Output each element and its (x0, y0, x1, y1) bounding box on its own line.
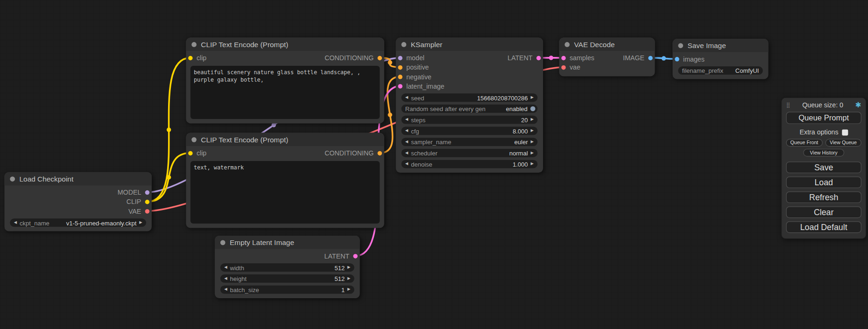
slot-row: samples IMAGE (559, 53, 655, 63)
collapse-dot-icon[interactable] (220, 240, 226, 245)
model-input-port[interactable] (398, 56, 402, 60)
denoise-widget[interactable]: ◀ denoise 1.000 ▶ (402, 160, 538, 168)
latent-output-port[interactable] (353, 254, 357, 258)
decrement-arrow-icon[interactable]: ◀ (224, 277, 227, 280)
decrement-arrow-icon[interactable]: ◀ (405, 140, 408, 144)
increment-arrow-icon[interactable]: ▶ (531, 96, 534, 99)
load-button[interactable]: Load (786, 176, 861, 188)
filename-prefix-widget[interactable]: filename_prefix ComfyUI (678, 66, 762, 75)
node-empty-latent-image[interactable]: Empty Latent Image LATENT ◀ width 512 ▶ … (215, 236, 360, 298)
node-title-bar[interactable]: CLIP Text Encode (Prompt) (186, 133, 384, 146)
increment-arrow-icon[interactable]: ▶ (531, 162, 534, 166)
random-seed-toggle-widget[interactable]: Random seed after every gen enabled (402, 105, 538, 113)
clear-button[interactable]: Clear (786, 206, 861, 218)
settings-gear-icon[interactable]: ✱ (855, 101, 861, 109)
node-title: CLIP Text Encode (Prompt) (201, 135, 288, 144)
increment-arrow-icon[interactable]: ▶ (531, 151, 534, 155)
collapse-dot-icon[interactable] (10, 176, 15, 182)
node-title-bar[interactable]: Save Image (673, 39, 769, 52)
node-ksampler[interactable]: KSampler model LATENT positive negative … (396, 38, 543, 173)
extra-options-row: Extra options (786, 128, 861, 136)
refresh-button[interactable]: Refresh (786, 191, 861, 203)
conditioning-output-port[interactable] (378, 151, 382, 155)
widget-label: steps (411, 117, 425, 123)
increment-arrow-icon[interactable]: ▶ (531, 118, 534, 122)
steps-widget[interactable]: ◀ steps 20 ▶ (402, 116, 538, 124)
sampler-name-widget[interactable]: ◀ sampler_name euler ▶ (402, 138, 538, 146)
queue-prompt-button[interactable]: Queue Prompt (786, 112, 861, 124)
increment-arrow-icon[interactable]: ▶ (347, 277, 350, 280)
images-input-port[interactable] (675, 57, 679, 61)
collapse-dot-icon[interactable] (565, 42, 570, 47)
collapse-dot-icon[interactable] (678, 43, 683, 48)
clip-output-port[interactable] (145, 199, 149, 203)
samples-input-port[interactable] (561, 56, 565, 60)
view-queue-button[interactable]: View Queue (825, 139, 861, 147)
node-save-image[interactable]: Save Image images filename_prefix ComfyU… (673, 39, 769, 79)
ckpt-name-widget[interactable]: ◀ ckpt_name v1-5-pruned-emaonly.ckpt ▶ (10, 218, 146, 227)
node-title-bar[interactable]: Load Checkpoint (4, 172, 151, 185)
node-title-bar[interactable]: Empty Latent Image (215, 236, 360, 249)
node-title-bar[interactable]: CLIP Text Encode (Prompt) (186, 38, 384, 51)
node-canvas[interactable]: Load Checkpoint MODEL CLIP VAE ◀ ckpt_na… (0, 0, 868, 329)
decrement-arrow-icon[interactable]: ◀ (405, 118, 408, 122)
widget-value: v1-5-pruned-emaonly.ckpt (66, 219, 137, 226)
model-output-port[interactable] (145, 190, 149, 194)
increment-arrow-icon[interactable]: ▶ (531, 140, 534, 144)
output-label-latent: LATENT (325, 252, 350, 260)
node-clip-text-encode-positive[interactable]: CLIP Text Encode (Prompt) clip CONDITION… (186, 38, 384, 124)
node-clip-text-encode-negative[interactable]: CLIP Text Encode (Prompt) clip CONDITION… (186, 133, 384, 228)
widget-value: 1 (341, 287, 345, 293)
collapse-dot-icon[interactable] (402, 42, 407, 47)
node-title-bar[interactable]: VAE Decode (559, 38, 655, 51)
extra-options-checkbox[interactable] (842, 129, 848, 135)
widget-label: denoise (411, 161, 432, 167)
seed-widget[interactable]: ◀ seed 156680208700286 ▶ (402, 93, 538, 102)
wire-midpoint-dot (662, 56, 666, 60)
collapse-dot-icon[interactable] (191, 42, 197, 47)
decrement-arrow-icon[interactable]: ◀ (14, 221, 17, 224)
decrement-arrow-icon[interactable]: ◀ (405, 96, 408, 99)
prompt-textarea[interactable]: text, watermark (191, 161, 380, 224)
node-title-bar[interactable]: KSampler (396, 38, 543, 51)
cfg-widget[interactable]: ◀ cfg 8.000 ▶ (402, 127, 538, 135)
height-widget[interactable]: ◀ height 512 ▶ (220, 274, 354, 283)
decrement-arrow-icon[interactable]: ◀ (224, 288, 227, 292)
decrement-arrow-icon[interactable]: ◀ (405, 162, 408, 166)
node-vae-decode[interactable]: VAE Decode samples IMAGE vae (559, 38, 655, 77)
positive-input-port[interactable] (398, 65, 402, 69)
decrement-arrow-icon[interactable]: ◀ (405, 151, 408, 155)
clip-input-port[interactable] (188, 56, 192, 60)
batch-size-widget[interactable]: ◀ batch_size 1 ▶ (220, 286, 354, 294)
image-output-port[interactable] (648, 56, 652, 60)
latent-image-input-port[interactable] (398, 84, 402, 88)
load-default-button[interactable]: Load Default (786, 221, 861, 233)
queue-front-button[interactable]: Queue Front (786, 139, 823, 147)
vae-output-port[interactable] (145, 209, 149, 213)
decrement-arrow-icon[interactable]: ◀ (224, 266, 227, 269)
prompt-textarea[interactable]: beautiful scenery nature glass bottle la… (191, 66, 380, 119)
toggle-dot-icon[interactable] (530, 106, 536, 112)
conditioning-output-port[interactable] (378, 56, 382, 60)
view-history-button[interactable]: View History (803, 149, 844, 157)
decrement-arrow-icon[interactable]: ◀ (405, 129, 408, 133)
negative-input-port[interactable] (398, 74, 402, 78)
vae-input-port[interactable] (561, 65, 565, 69)
input-label-samples: samples (570, 54, 594, 62)
wire-midpoint-dot (167, 175, 171, 179)
increment-arrow-icon[interactable]: ▶ (531, 129, 534, 133)
node-load-checkpoint[interactable]: Load Checkpoint MODEL CLIP VAE ◀ ckpt_na… (4, 172, 151, 231)
width-widget[interactable]: ◀ width 512 ▶ (220, 263, 354, 272)
widget-value: ComfyUI (735, 67, 759, 74)
increment-arrow-icon[interactable]: ▶ (347, 266, 350, 269)
drag-handle-icon[interactable]: ⣿ (786, 102, 790, 108)
queue-menu-header: ⣿ Queue size: 0 ✱ (786, 101, 861, 109)
scheduler-widget[interactable]: ◀ scheduler normal ▶ (402, 149, 538, 157)
increment-arrow-icon[interactable]: ▶ (347, 288, 350, 292)
collapse-dot-icon[interactable] (191, 137, 197, 142)
clip-input-port[interactable] (188, 151, 192, 155)
increment-arrow-icon[interactable]: ▶ (139, 221, 142, 224)
latent-output-port[interactable] (536, 56, 541, 60)
slot-row: negative (396, 72, 543, 81)
save-button[interactable]: Save (786, 161, 861, 173)
